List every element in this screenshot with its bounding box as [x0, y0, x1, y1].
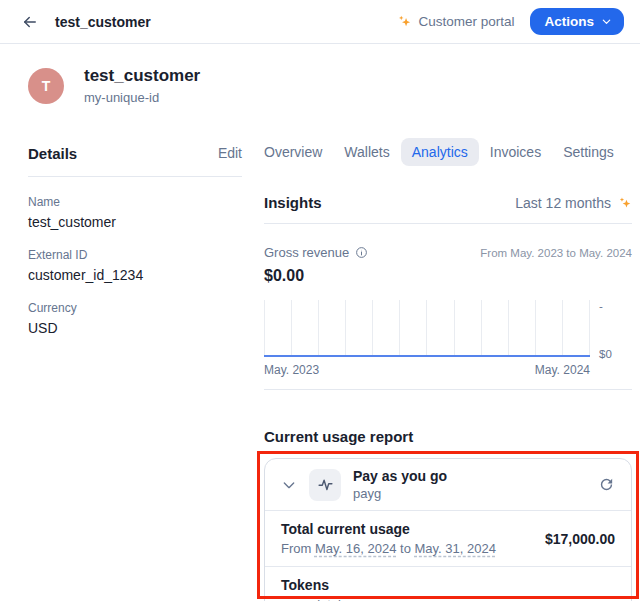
chart-date-range: From May. 2023 to May. 2024	[480, 247, 632, 259]
detail-field-name: Name test_customer	[28, 195, 242, 230]
sparkle-icon	[397, 14, 412, 29]
field-value: USD	[28, 320, 242, 336]
total-usage-period: From May. 16, 2024 to May. 31, 2024	[281, 541, 496, 556]
pulse-activity-icon	[317, 476, 334, 493]
tab-overview[interactable]: Overview	[253, 138, 333, 166]
back-button[interactable]	[18, 10, 42, 34]
x-tick-start: May. 2023	[264, 363, 319, 377]
plan-header-row: Pay as you go payg	[265, 459, 631, 511]
collapse-toggle-button[interactable]	[281, 477, 297, 493]
usage-item-code: openai_tokens	[281, 597, 366, 601]
edit-details-button[interactable]: Edit	[218, 145, 242, 161]
actions-label: Actions	[544, 14, 594, 29]
gross-revenue-value: $0.00	[264, 267, 632, 285]
total-usage-row: Total current usage From May. 16, 2024 t…	[265, 511, 631, 567]
field-label: Name	[28, 195, 242, 209]
plan-name: Pay as you go	[353, 468, 447, 484]
y-tick-max: -	[599, 300, 603, 312]
chart-y-axis: - $0	[590, 300, 632, 357]
actions-button[interactable]: Actions	[530, 8, 624, 35]
tab-bar: Overview Wallets Analytics Invoices Sett…	[253, 138, 632, 166]
chevron-down-icon	[601, 16, 612, 27]
gross-revenue-chart: - $0	[264, 300, 632, 357]
total-usage-label: Total current usage	[281, 521, 496, 537]
period-to-word: to	[400, 541, 411, 556]
field-value: customer_id_1234	[28, 267, 242, 283]
chart-zero-value-line	[264, 355, 590, 357]
top-bar: test_customer Customer portal Actions	[0, 0, 640, 44]
arrow-left-icon	[21, 13, 39, 31]
chart-gridlines	[264, 300, 590, 357]
insights-divider	[264, 223, 632, 224]
period-end-date[interactable]: May. 31, 2024	[414, 541, 495, 556]
chevron-down-icon	[281, 477, 297, 493]
y-tick-zero: $0	[599, 348, 612, 360]
usage-report-heading: Current usage report	[264, 428, 632, 445]
tab-invoices[interactable]: Invoices	[479, 138, 552, 166]
refresh-icon	[598, 476, 615, 493]
usage-item-name: Tokens	[281, 577, 366, 593]
tab-settings[interactable]: Settings	[552, 138, 625, 166]
info-icon[interactable]	[355, 246, 368, 259]
details-panel: Details Edit Name test_customer External…	[28, 144, 242, 601]
tab-analytics[interactable]: Analytics	[401, 138, 479, 166]
period-from-word: From	[281, 541, 311, 556]
field-label: External ID	[28, 248, 242, 262]
plan-iconbox	[309, 469, 341, 501]
details-divider	[28, 176, 242, 177]
refresh-button[interactable]	[598, 476, 615, 493]
customer-portal-label: Customer portal	[418, 14, 514, 29]
plan-code: payg	[353, 486, 447, 501]
usage-item-row: Tokens openai_tokens	[265, 567, 631, 601]
details-heading: Details	[28, 145, 77, 162]
field-label: Currency	[28, 301, 242, 315]
x-tick-end: May. 2024	[535, 363, 590, 377]
detail-field-currency: Currency USD	[28, 301, 242, 336]
chart-bottom-divider	[264, 389, 632, 390]
field-value: test_customer	[28, 214, 242, 230]
avatar: T	[28, 68, 64, 104]
chart-plot-area	[264, 300, 590, 357]
detail-field-external-id: External ID customer_id_1234	[28, 248, 242, 283]
customer-external-id: my-unique-id	[84, 90, 200, 105]
customer-name: test_customer	[84, 66, 200, 86]
period-selector[interactable]: Last 12 months	[515, 195, 632, 211]
page-title: test_customer	[55, 14, 151, 30]
period-label: Last 12 months	[515, 195, 611, 211]
chart-x-axis: May. 2023 May. 2024	[264, 363, 590, 377]
gross-revenue-label: Gross revenue	[264, 245, 349, 260]
customer-portal-link[interactable]: Customer portal	[397, 14, 514, 29]
tab-wallets[interactable]: Wallets	[333, 138, 400, 166]
period-start-date[interactable]: May. 16, 2024	[315, 541, 396, 556]
insights-heading: Insights	[264, 194, 322, 211]
total-usage-amount: $17,000.00	[545, 531, 615, 547]
customer-header: T test_customer my-unique-id	[0, 44, 640, 105]
usage-card: Pay as you go payg Total current usage	[264, 458, 632, 601]
sparkle-icon	[618, 196, 632, 210]
